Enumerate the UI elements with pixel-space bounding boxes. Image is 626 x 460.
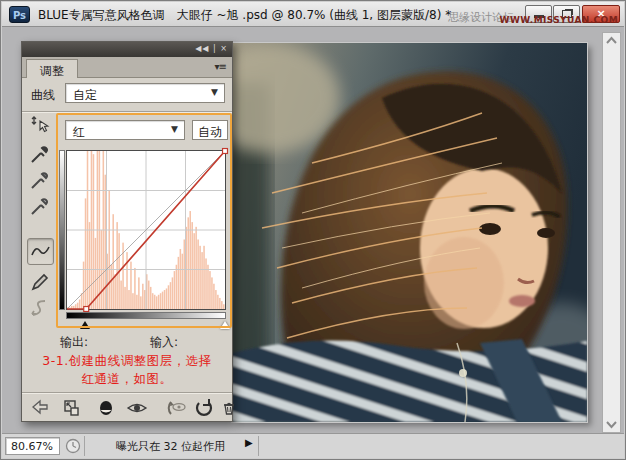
auto-button[interactable]: 自动 [192, 120, 228, 140]
previous-state-icon[interactable] [164, 398, 188, 418]
status-clock-icon [65, 438, 82, 455]
chevron-down-icon: ▼ [171, 124, 178, 134]
divider [22, 392, 232, 394]
reset-icon[interactable] [194, 398, 214, 418]
preset-dropdown[interactable]: 自定 ▼ [65, 83, 225, 103]
channel-dropdown[interactable]: 红 ▼ [65, 120, 185, 140]
chevron-down-icon: ▼ [211, 87, 218, 97]
divider [258, 436, 259, 456]
status-popup-icon[interactable]: ▶ [245, 437, 253, 448]
panel-footer [22, 396, 232, 421]
switch-panel-icon[interactable] [62, 398, 82, 418]
channel-value: 红 [73, 125, 85, 139]
tab-adjustments[interactable]: 调整 [26, 59, 78, 78]
status-bar: 80.67% 曝光只在 32 位起作用 ▶ [2, 433, 624, 458]
return-arrow-icon[interactable] [30, 398, 50, 418]
black-point-eyedropper[interactable] [29, 143, 53, 167]
panel-menu-icon[interactable]: ▾≡ [215, 61, 226, 72]
panel-tab-bar: 调整 ▾≡ [22, 57, 232, 78]
curves-grid[interactable] [66, 150, 226, 310]
white-point-eyedropper[interactable] [29, 195, 53, 219]
output-label: 输出: [60, 334, 88, 351]
clip-to-layer-icon[interactable] [96, 398, 116, 418]
trash-icon[interactable] [220, 398, 238, 418]
scroll-down-icon[interactable] [604, 417, 619, 431]
photo-portrait [232, 43, 587, 422]
gray-point-eyedropper[interactable] [29, 169, 53, 193]
input-label: 输入: [150, 334, 178, 351]
input-gradient-ramp [66, 312, 226, 319]
panel-title-bar[interactable]: ◀◀ | × [22, 42, 232, 57]
photo-artwork [232, 43, 587, 422]
zoom-level-field[interactable]: 80.67% [5, 437, 60, 455]
curves-grid-svg[interactable] [67, 151, 225, 309]
smooth-curve-tool[interactable] [29, 297, 53, 321]
highlight-input-slider[interactable] [220, 321, 230, 329]
panel-collapse-close-icons[interactable]: ◀◀ | × [195, 44, 228, 53]
title-bar[interactable]: Ps BLUE专属写意风格色调 大眼仔 ~旭 .psd @ 80.7% (曲线 … [2, 2, 624, 27]
io-row: 输出: 输入: [22, 334, 232, 350]
pencil-tool[interactable] [29, 271, 53, 295]
output-gradient-ramp [59, 150, 65, 310]
annotation-text-line2: 红通道，如图。 [22, 371, 232, 388]
preset-value: 自定 [73, 88, 97, 102]
scroll-up-icon[interactable] [604, 34, 619, 48]
canvas-area: ◀◀ | × 调整 ▾≡ 曲线 自定 ▼ [2, 28, 624, 433]
shadow-input-slider[interactable] [80, 321, 90, 329]
vertical-scrollbar[interactable] [602, 32, 621, 433]
document-title: BLUE专属写意风格色调 大眼仔 ~旭 .psd @ 80.7% (曲线 1, … [38, 7, 451, 24]
edit-points-tool[interactable] [27, 238, 54, 265]
status-message: 曝光只在 32 位起作用 [98, 439, 243, 454]
curves-preset-row: 曲线 自定 ▼ [22, 78, 232, 110]
visibility-eye-icon[interactable] [126, 398, 148, 418]
annotation-text-line1: 3-1.创建曲线调整图层，选择 [22, 353, 232, 370]
watermark-url-text: WWW.MISSYUAN.COM [500, 15, 618, 25]
photoshop-document-window: Ps BLUE专属写意风格色调 大眼仔 ~旭 .psd @ 80.7% (曲线 … [0, 0, 626, 460]
divider [84, 436, 85, 456]
curves-label: 曲线 [31, 87, 55, 104]
adjustments-panel: ◀◀ | × 调整 ▾≡ 曲线 自定 ▼ [21, 41, 233, 422]
targeted-adjustment-tool[interactable] [29, 114, 53, 138]
photoshop-app-icon: Ps [9, 6, 30, 23]
divider [22, 111, 232, 113]
